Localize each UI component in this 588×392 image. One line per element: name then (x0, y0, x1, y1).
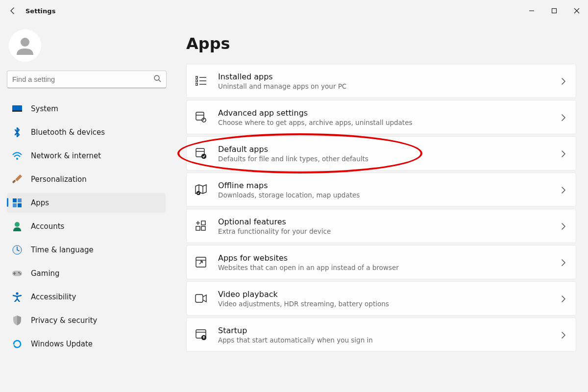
search-box[interactable] (7, 71, 167, 88)
chevron-right-icon (561, 77, 568, 84)
window-controls (520, 0, 588, 22)
content: System Bluetooth & devices Network & int… (0, 22, 588, 392)
card-subtitle: Apps that start automatically when you s… (218, 336, 561, 344)
card-startup[interactable]: Startup Apps that start automatically wh… (186, 318, 576, 352)
svg-point-13 (15, 222, 20, 227)
sidebar-item-label: Apps (31, 198, 49, 207)
sidebar-item-network[interactable]: Network & internet (7, 146, 166, 166)
startup-icon (195, 328, 207, 341)
svg-rect-41 (196, 294, 203, 302)
card-text: Startup Apps that start automatically wh… (218, 326, 561, 344)
default-icon (195, 147, 207, 160)
card-text: Apps for websites Websites that can open… (218, 253, 561, 271)
card-title: Apps for websites (218, 253, 561, 263)
card-video[interactable]: Video playback Video adjustments, HDR st… (186, 281, 576, 316)
accessibility-icon (12, 292, 22, 302)
minimize-button[interactable] (520, 0, 543, 22)
chevron-right-icon (561, 331, 568, 338)
card-text: Advanced app settings Choose where to ge… (218, 108, 561, 126)
sidebar-item-time[interactable]: Time & language (7, 240, 166, 260)
svg-line-4 (159, 80, 161, 82)
card-installed[interactable]: Installed apps Uninstall and manage apps… (186, 64, 576, 98)
card-optional[interactable]: Optional features Extra functionality fo… (186, 209, 576, 243)
update-icon (12, 339, 22, 349)
sidebar-item-privacy[interactable]: Privacy & security (7, 311, 166, 330)
accounts-icon (12, 221, 22, 231)
card-title: Optional features (218, 217, 561, 226)
advanced-icon (195, 111, 207, 123)
search-icon (153, 74, 161, 84)
svg-rect-36 (201, 221, 205, 225)
card-default[interactable]: Default apps Defaults for file and link … (186, 136, 576, 171)
svg-rect-19 (196, 76, 197, 78)
installed-icon (195, 74, 207, 87)
card-websites[interactable]: Apps for websites Websites that can open… (186, 245, 576, 279)
app-title: Settings (25, 7, 55, 15)
sidebar-item-bluetooth[interactable]: Bluetooth & devices (7, 122, 166, 142)
optional-icon (195, 220, 207, 232)
svg-rect-1 (552, 9, 557, 13)
card-title: Startup (218, 326, 561, 335)
svg-rect-11 (13, 203, 17, 207)
card-advanced[interactable]: Advanced app settings Choose where to ge… (186, 100, 576, 134)
system-icon (12, 104, 22, 114)
svg-point-30 (202, 154, 206, 159)
gaming-icon (12, 269, 22, 278)
sidebar-item-apps[interactable]: Apps (7, 193, 166, 213)
main-panel: Apps Installed apps Uninstall and manage… (169, 22, 588, 392)
sidebar-item-accessibility[interactable]: Accessibility (7, 287, 166, 307)
apps-icon (12, 198, 22, 208)
close-button[interactable] (565, 0, 588, 22)
search-input[interactable] (12, 75, 153, 83)
chevron-right-icon (561, 259, 568, 266)
sidebar: System Bluetooth & devices Network & int… (0, 22, 169, 392)
svg-point-16 (18, 272, 20, 273)
websites-icon (195, 256, 207, 269)
svg-rect-39 (196, 257, 206, 267)
sidebar-item-label: Accounts (31, 222, 64, 231)
sidebar-item-accounts[interactable]: Accounts (7, 217, 166, 236)
svg-rect-6 (12, 110, 22, 112)
sidebar-item-label: Bluetooth & devices (31, 128, 105, 137)
network-icon (12, 151, 22, 161)
back-button[interactable] (8, 6, 18, 16)
svg-point-18 (16, 292, 18, 294)
video-icon (195, 292, 207, 305)
avatar (9, 29, 41, 62)
sidebar-item-personalization[interactable]: Personalization (7, 170, 166, 189)
card-subtitle: Choose where to get apps, archive apps, … (218, 119, 561, 126)
card-title: Offline maps (218, 181, 561, 190)
user-avatar-row[interactable] (7, 25, 169, 71)
sidebar-item-update[interactable]: Windows Update (7, 334, 166, 354)
chevron-right-icon (561, 222, 568, 229)
card-text: Installed apps Uninstall and manage apps… (218, 72, 561, 90)
svg-rect-21 (196, 83, 197, 85)
maximize-button[interactable] (543, 0, 565, 22)
titlebar-left: Settings (8, 6, 55, 16)
card-subtitle: Uninstall and manage apps on your PC (218, 82, 561, 90)
card-text: Video playback Video adjustments, HDR st… (218, 290, 561, 308)
sidebar-item-system[interactable]: System (7, 99, 166, 119)
card-title: Video playback (218, 290, 561, 299)
svg-point-17 (20, 273, 21, 274)
time-icon (12, 245, 22, 255)
card-subtitle: Video adjustments, HDR streaming, batter… (218, 300, 561, 308)
sidebar-item-label: Network & internet (31, 151, 101, 160)
chevron-right-icon (561, 114, 568, 121)
bluetooth-icon (12, 127, 22, 137)
titlebar: Settings (0, 0, 588, 22)
card-maps[interactable]: Offline maps Downloads, storage location… (186, 172, 576, 207)
sidebar-item-label: Privacy & security (31, 316, 97, 325)
card-text: Default apps Defaults for file and link … (218, 145, 561, 163)
card-title: Default apps (218, 145, 561, 154)
card-subtitle: Defaults for file and link types, other … (218, 155, 561, 163)
sidebar-item-label: Gaming (31, 269, 60, 278)
card-text: Offline maps Downloads, storage location… (218, 181, 561, 199)
svg-rect-12 (18, 203, 22, 207)
card-subtitle: Downloads, storage location, map updates (218, 191, 561, 199)
sidebar-item-gaming[interactable]: Gaming (7, 264, 166, 283)
svg-point-7 (16, 158, 18, 160)
maps-icon (195, 183, 207, 196)
sidebar-item-label: Personalization (31, 175, 87, 184)
sidebar-item-label: Time & language (31, 245, 94, 254)
